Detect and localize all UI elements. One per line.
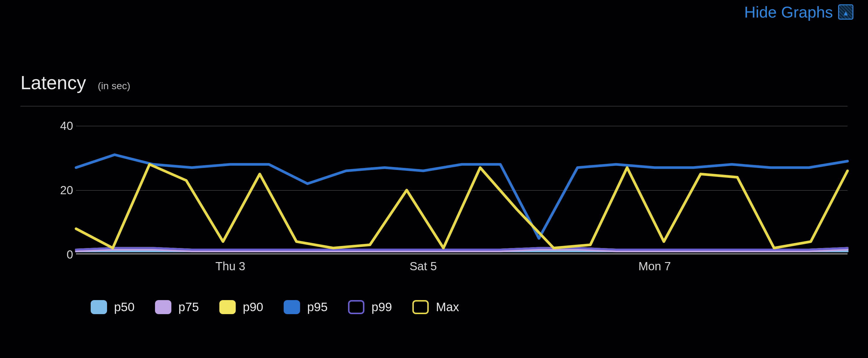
hide-graphs-toggle[interactable]: Hide Graphs ▴ <box>744 3 854 21</box>
swatch-max <box>412 300 429 314</box>
x-tick-thu: Thu 3 <box>215 260 245 273</box>
y-tick-40: 40 <box>47 119 73 132</box>
swatch-p75 <box>155 300 172 314</box>
legend-p95[interactable]: p95 <box>284 300 328 314</box>
chart-header: Latency (in sec) <box>21 72 130 94</box>
legend-p99[interactable]: p99 <box>348 300 392 314</box>
legend-p75[interactable]: p75 <box>155 300 199 314</box>
legend-label-p90: p90 <box>243 300 263 314</box>
swatch-p99 <box>348 300 364 314</box>
latency-panel: Hide Graphs ▴ Latency (in sec) 40 20 0 T… <box>0 0 868 358</box>
hide-graphs-label: Hide Graphs <box>744 3 833 21</box>
legend-label-max: Max <box>436 300 459 314</box>
chart-legend: p50 p75 p90 p95 p99 Max <box>91 300 459 314</box>
x-tick-mon: Mon 7 <box>639 260 671 273</box>
y-tick-20: 20 <box>47 184 73 197</box>
swatch-p90 <box>219 300 236 314</box>
chart-header-divider <box>21 106 847 107</box>
legend-label-p75: p75 <box>178 300 199 314</box>
legend-label-p99: p99 <box>371 300 392 314</box>
plot-area: Thu 3 Sat 5 Mon 7 <box>76 126 847 255</box>
chart-unit: (in sec) <box>98 80 130 92</box>
legend-label-p95: p95 <box>307 300 328 314</box>
latency-chart: 40 20 0 Thu 3 Sat 5 Mon 7 <box>41 126 847 255</box>
chart-title: Latency <box>21 72 86 94</box>
swatch-p50 <box>91 300 107 314</box>
x-tick-sat: Sat 5 <box>409 260 437 273</box>
chart-lines <box>76 126 847 255</box>
y-tick-0: 0 <box>47 248 73 261</box>
collapse-icon: ▴ <box>838 4 854 20</box>
legend-p50[interactable]: p50 <box>91 300 134 314</box>
legend-p90[interactable]: p90 <box>219 300 263 314</box>
legend-label-p50: p50 <box>114 300 134 314</box>
swatch-p95 <box>284 300 300 314</box>
legend-max[interactable]: Max <box>412 300 459 314</box>
